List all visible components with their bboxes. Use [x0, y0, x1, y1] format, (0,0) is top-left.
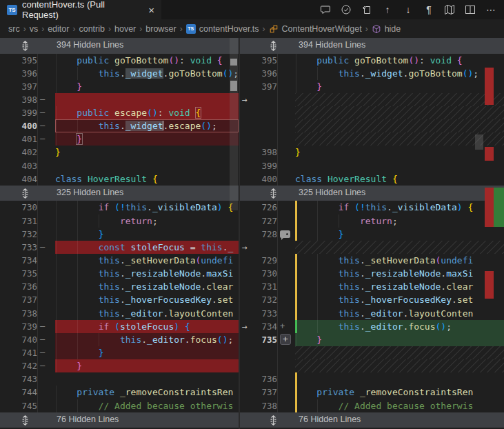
- line-gutter: [37, 67, 55, 80]
- hidden-lines-bar[interactable]: 394 Hidden Lines: [240, 38, 504, 54]
- breadcrumb-item-vs[interactable]: vs: [30, 24, 39, 34]
- map-icon[interactable]: [442, 2, 457, 17]
- deletion-overview-mark: [485, 188, 494, 227]
- indent-guide: [77, 307, 78, 320]
- close-tab-icon[interactable]: ×: [148, 5, 154, 15]
- indent-guide: [296, 386, 296, 399]
- check-circle-icon[interactable]: [339, 2, 354, 17]
- code-line: 745 // Added because otherwis: [0, 399, 239, 412]
- breadcrumb-item-browser[interactable]: browser: [145, 24, 176, 34]
- code-content: this._widget.goToBottom();: [55, 67, 239, 80]
- open-changes-icon[interactable]: [359, 2, 374, 17]
- code-content: const stoleFocus = this._: [55, 241, 239, 254]
- revert-arrow-icon[interactable]: →: [240, 93, 252, 106]
- code-content: }: [295, 80, 504, 93]
- code-content: }: [55, 346, 239, 359]
- split-editor-icon[interactable]: [463, 2, 478, 17]
- breadcrumb-item-contrib[interactable]: contrib: [79, 24, 105, 34]
- revert-arrow-margin: [240, 146, 252, 159]
- line-gutter: [37, 146, 55, 159]
- line-number: 397: [0, 80, 37, 93]
- overview-mark: [230, 59, 237, 66]
- overview-ruler[interactable]: [484, 38, 504, 429]
- hidden-lines-bar[interactable]: 325 Hidden Lines: [0, 186, 239, 201]
- breadcrumb-item-src[interactable]: src: [8, 24, 20, 34]
- line-number: 733: [0, 241, 37, 254]
- deleted-lines-spacer: [240, 119, 504, 132]
- line-number: [252, 132, 277, 146]
- diff-left-pane[interactable]: 394 Hidden Lines395 public goToBottom():…: [0, 38, 239, 429]
- line-gutter: [37, 172, 55, 186]
- hidden-lines-label: 76 Hidden Lines: [299, 415, 361, 424]
- diff-right-pane[interactable]: 394 Hidden Lines395 public goToBottom():…: [240, 38, 504, 429]
- breadcrumb-label: contentHover.ts: [199, 24, 259, 34]
- deletion-overview-mark: [485, 147, 494, 161]
- revert-arrow-margin: [240, 399, 252, 412]
- breadcrumb-item-editor[interactable]: editor: [48, 24, 69, 34]
- revert-arrow-icon[interactable]: →: [240, 320, 252, 333]
- line-number: 741: [0, 346, 37, 359]
- class-symbol-icon: [269, 24, 279, 34]
- tab-contenthover[interactable]: TS contentHover.ts (Pull Request) ×: [0, 0, 161, 19]
- code-content: [295, 346, 504, 359]
- code-line: 403: [0, 159, 239, 172]
- line-gutter: [277, 346, 295, 359]
- indent-guide: [56, 346, 57, 359]
- breadcrumb-item-hover[interactable]: hover: [114, 24, 136, 34]
- breadcrumb-item-contenthover-ts[interactable]: TScontentHover.ts: [186, 24, 259, 34]
- hidden-lines-bar[interactable]: 76 Hidden Lines: [0, 412, 239, 428]
- hidden-lines-label: 394 Hidden Lines: [299, 40, 365, 50]
- comment-indicator-icon[interactable]: [280, 230, 290, 238]
- arrow-down-icon[interactable]: ↓: [401, 2, 416, 17]
- more-actions-icon[interactable]: ⋯: [483, 2, 498, 17]
- pane-divider[interactable]: [239, 38, 240, 429]
- code-line: 738 this._editor.layoutConten: [0, 307, 239, 320]
- code-content: }: [55, 132, 239, 146]
- scrollbar-slider[interactable]: [475, 134, 483, 150]
- code-content: }: [295, 333, 504, 346]
- add-comment-button[interactable]: +: [280, 334, 291, 345]
- indent-guide: [317, 214, 318, 228]
- line-gutter: [277, 399, 295, 412]
- line-number: 400: [252, 172, 277, 186]
- pilcrow-icon[interactable]: ¶: [421, 2, 436, 17]
- code-line: 400— this._widget.escape();: [0, 119, 239, 132]
- breadcrumb-item-hide[interactable]: hide: [372, 24, 401, 34]
- revert-arrow-icon[interactable]: →: [240, 241, 252, 254]
- indent-guide: [77, 280, 78, 293]
- code-line: 398}: [240, 146, 504, 159]
- line-number: 742: [0, 359, 37, 372]
- line-gutter: +: [277, 333, 295, 346]
- hidden-lines-bar[interactable]: 76 Hidden Lines: [240, 412, 504, 428]
- indent-guide: [296, 54, 296, 67]
- code-content: [295, 241, 504, 254]
- revert-arrow-margin: [240, 54, 252, 67]
- indent-guide: [77, 267, 78, 280]
- line-gutter: [277, 159, 295, 172]
- indent-guide: [56, 201, 57, 214]
- hidden-lines-bar[interactable]: 394 Hidden Lines: [0, 38, 239, 54]
- line-gutter: [277, 54, 295, 67]
- revert-arrow-margin: [240, 293, 252, 306]
- breadcrumb-item-contenthoverwidget[interactable]: ContentHoverWidget: [269, 24, 362, 34]
- line-number: 730: [252, 267, 277, 280]
- line-gutter: [37, 280, 55, 293]
- indent-guide: [56, 132, 57, 146]
- unfold-icon: [21, 41, 30, 51]
- comment-icon[interactable]: [318, 2, 333, 17]
- arrow-up-icon[interactable]: ↑: [380, 2, 395, 17]
- line-number: 395: [0, 54, 37, 67]
- code-content: this._resizableNode.clear: [295, 280, 504, 293]
- indent-guide: [56, 280, 57, 293]
- code-content: this._editor.layoutConten: [55, 307, 239, 320]
- hidden-lines-bar[interactable]: 325 Hidden Lines: [240, 186, 504, 201]
- line-gutter: [277, 132, 295, 146]
- code-content: [295, 119, 504, 132]
- tab-bar: TS contentHover.ts (Pull Request) × ↑ ↓ …: [0, 0, 504, 19]
- indent-guide: [56, 228, 57, 241]
- code-line: 742— }: [0, 359, 239, 372]
- line-number: 398: [252, 146, 277, 159]
- code-content: // Added because otherwis: [295, 399, 504, 412]
- breadcrumb-separator: ›: [105, 24, 114, 34]
- line-gutter: [37, 54, 55, 67]
